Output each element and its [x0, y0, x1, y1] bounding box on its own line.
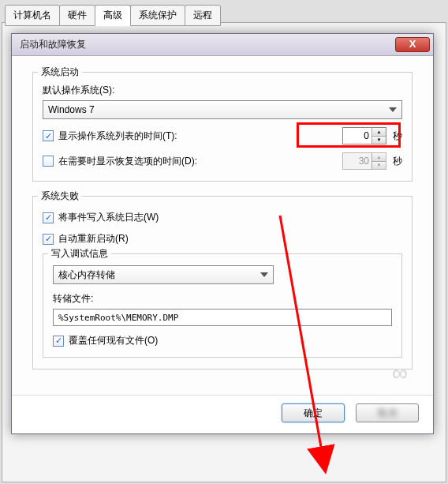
startup-recovery-dialog: 启动和故障恢复 X 系统启动 默认操作系统(S): Windows 7 ✓ 显示…: [11, 33, 434, 434]
tab-strip: 计算机名 硬件 高级 系统保护 远程: [5, 5, 220, 26]
seconds-unit: 秒: [393, 129, 402, 143]
tab-system-protection[interactable]: 系统保护: [130, 5, 185, 26]
tab-label: 远程: [193, 9, 212, 21]
auto-restart-row: ✓ 自动重新启动(R): [43, 232, 402, 246]
show-recovery-checkbox[interactable]: ✓: [43, 156, 54, 167]
cancel-button[interactable]: 取消: [356, 403, 419, 422]
recovery-time-spinner: ▲ ▼: [342, 152, 386, 170]
check-icon: ✓: [45, 212, 52, 223]
os-list-time-input[interactable]: [343, 128, 371, 144]
auto-restart-label: 自动重新启动(R): [58, 232, 402, 246]
chevron-down-icon: [389, 107, 397, 112]
overwrite-checkbox[interactable]: ✓: [53, 336, 64, 347]
seconds-unit: 秒: [393, 155, 402, 168]
dump-file-input[interactable]: [53, 309, 392, 326]
spin-down-icon[interactable]: ▼: [372, 136, 386, 144]
overwrite-row: ✓ 覆盖任何现有文件(O): [53, 334, 392, 347]
os-list-time-spinner[interactable]: ▲ ▼: [342, 127, 386, 144]
titlebar: 启动和故障恢复 X: [12, 34, 433, 56]
show-os-list-row: ✓ 显示操作系统列表的时间(T): ▲ ▼ 秒: [43, 127, 402, 144]
button-label: 确定: [304, 407, 323, 418]
show-recovery-label: 在需要时显示恢复选项的时间(D):: [58, 155, 342, 168]
show-recovery-row: ✓ 在需要时显示恢复选项的时间(D): ▲ ▼ 秒: [43, 152, 402, 170]
check-icon: ✓: [45, 234, 52, 244]
tab-label: 计算机名: [13, 9, 51, 21]
check-icon: ✓: [45, 156, 52, 167]
tab-remote[interactable]: 远程: [185, 5, 221, 26]
debug-type-value: 核心内存转储: [58, 268, 115, 282]
dialog-body: 系统启动 默认操作系统(S): Windows 7 ✓ 显示操作系统列表的时间(…: [12, 56, 433, 395]
write-event-checkbox[interactable]: ✓: [43, 212, 54, 223]
button-row: 确定 取消: [12, 395, 433, 433]
spin-up-icon: ▲: [372, 153, 386, 161]
default-os-label: 默认操作系统(S):: [43, 84, 402, 97]
watermark-icon: ∞: [392, 361, 409, 386]
group-title: 系统失败: [38, 189, 82, 203]
check-icon: ✓: [45, 131, 52, 141]
dump-file-label: 转储文件:: [53, 292, 392, 306]
recovery-time-input: [343, 153, 371, 169]
close-button[interactable]: X: [395, 37, 430, 52]
tab-label: 硬件: [68, 9, 87, 21]
default-os-value: Windows 7: [48, 104, 95, 115]
tab-computer-name[interactable]: 计算机名: [5, 5, 60, 26]
debug-type-combo[interactable]: 核心内存转储: [53, 265, 274, 284]
write-event-row: ✓ 将事件写入系统日志(W): [43, 211, 402, 224]
overwrite-label: 覆盖任何现有文件(O): [69, 334, 392, 347]
spin-buttons: ▲ ▼: [371, 153, 386, 169]
system-startup-group: 系统启动 默认操作系统(S): Windows 7 ✓ 显示操作系统列表的时间(…: [32, 72, 413, 182]
default-os-combo[interactable]: Windows 7: [43, 100, 402, 119]
spin-buttons: ▲ ▼: [371, 128, 386, 144]
group-title: 系统启动: [38, 66, 82, 79]
tab-advanced[interactable]: 高级: [95, 5, 131, 26]
show-os-list-label: 显示操作系统列表的时间(T):: [58, 129, 342, 143]
debug-info-subgroup: 写入调试信息 核心内存转储 转储文件: ✓ 覆盖任何现有文件(O): [43, 253, 402, 358]
spin-up-icon[interactable]: ▲: [372, 128, 386, 136]
check-icon: ✓: [55, 336, 62, 346]
tab-label: 系统保护: [139, 9, 177, 21]
subgroup-title: 写入调试信息: [48, 247, 111, 261]
auto-restart-checkbox[interactable]: ✓: [43, 234, 54, 245]
spin-down-icon: ▼: [372, 161, 386, 170]
write-event-label: 将事件写入系统日志(W): [58, 211, 402, 224]
close-icon: X: [409, 38, 416, 50]
show-os-list-checkbox[interactable]: ✓: [43, 130, 54, 141]
dialog-title: 启动和故障恢复: [20, 38, 395, 51]
button-label: 取消: [378, 407, 397, 418]
tab-label: 高级: [103, 9, 122, 21]
tab-hardware[interactable]: 硬件: [59, 5, 95, 26]
chevron-down-icon: [260, 272, 268, 277]
system-failure-group: 系统失败 ✓ 将事件写入系统日志(W) ✓ 自动重新启动(R) 写入调试信息 核…: [32, 196, 413, 370]
ok-button[interactable]: 确定: [282, 403, 345, 422]
